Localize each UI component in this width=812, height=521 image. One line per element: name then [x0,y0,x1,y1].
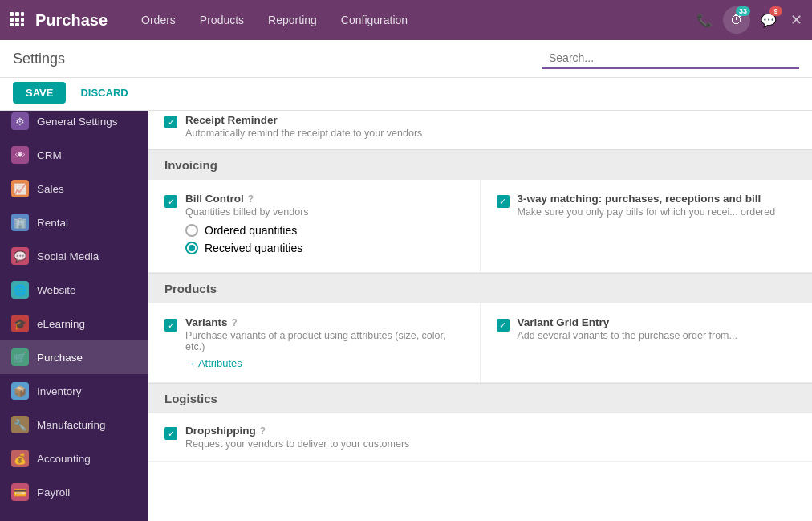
close-button[interactable]: ✕ [790,11,802,29]
three-way-matching-cell: 3-way matching: purchases, receptions an… [481,180,813,272]
nav-products[interactable]: Products [190,9,254,31]
radio-received-label: Received quantities [205,242,302,254]
variants-cell: Variants ? Purchase variants of a produc… [148,303,481,382]
messages-badge: 9 [769,6,782,16]
three-way-matching-title: 3-way matching: purchases, receptions an… [518,193,776,205]
radio-ordered-icon [185,224,198,237]
variant-grid-entry-title: Variant Grid Entry [518,316,737,328]
svg-rect-5 [21,18,24,22]
invoicing-settings-grid: Bill Control ? Quantities billed by vend… [148,180,812,273]
rental-icon: 🏢 [11,214,29,231]
sales-icon: 📈 [11,180,29,197]
content-area: Receipt Reminder Automatically remind th… [148,104,812,521]
three-way-matching-desc: Make sure you only pay bills for which y… [518,206,776,218]
sidebar-label-crm: CRM [37,149,62,161]
phone-button[interactable]: 📞 [691,6,718,34]
nav-configuration[interactable]: Configuration [331,9,417,31]
activity-button[interactable]: ⏱ 33 [723,6,750,34]
variants-checkbox[interactable] [164,319,177,332]
bill-control-desc: Quantities billed by vendors [185,206,309,218]
sidebar-item-social-media[interactable]: 💬 Social Media [0,239,148,273]
svg-rect-0 [10,12,14,16]
receipt-reminder-desc: Automatically remind the receipt date to… [185,128,422,139]
receipt-reminder-checkbox[interactable] [164,116,177,128]
crm-icon: 👁 [11,146,29,164]
sidebar-item-accounting[interactable]: 💰 Accounting [0,442,148,475]
top-nav: Purchase Orders Products Reporting Confi… [0,0,812,40]
social-media-icon: 💬 [11,247,29,265]
radio-received-icon [185,242,198,254]
sidebar-label-rental: Rental [37,217,68,229]
svg-rect-1 [15,12,19,16]
messages-button[interactable]: 💬 9 [755,6,782,34]
sidebar-label-website: Website [37,284,76,296]
receipt-reminder-row: Receipt Reminder Automatically remind th… [164,114,796,139]
sidebar-label-social-media: Social Media [37,250,99,263]
sidebar-item-purchase[interactable]: 🛒 Purchase [0,340,148,374]
activity-badge: 33 [736,6,750,16]
save-button[interactable]: SAVE [13,82,66,104]
nav-reporting[interactable]: Reporting [258,9,327,31]
app-title: Purchase [35,11,108,30]
dropshipping-title: Dropshipping ? [185,425,409,437]
sidebar-item-crm[interactable]: 👁 CRM [0,138,148,172]
radio-ordered-quantities[interactable]: Ordered quantities [185,224,309,237]
bill-control-cell: Bill Control ? Quantities billed by vend… [148,180,481,272]
radio-ordered-label: Ordered quantities [205,224,297,237]
sidebar-item-payroll[interactable]: 💳 Payroll [0,475,148,509]
variants-help-icon[interactable]: ? [232,317,238,328]
search-input[interactable] [542,48,799,69]
nav-menu: Orders Products Reporting Configuration [132,9,691,31]
main-layout: ⚙ General Settings 👁 CRM 📈 Sales 🏢 Renta… [0,104,812,521]
svg-rect-4 [15,18,19,22]
products-settings-grid: Variants ? Purchase variants of a produc… [148,303,812,383]
sidebar-label-inventory: Inventory [37,385,82,397]
variant-grid-entry-cell: Variant Grid Entry Add several variants … [481,303,813,382]
sidebar-item-inventory[interactable]: 📦 Inventory [0,374,148,408]
variants-desc: Purchase variants of a product using att… [185,330,464,352]
dropshipping-help-icon[interactable]: ? [260,425,266,437]
variant-grid-entry-checkbox[interactable] [497,319,510,332]
sidebar-item-manufacturing[interactable]: 🔧 Manufacturing [0,408,148,442]
dropshipping-section: Dropshipping ? Request your vendors to d… [148,413,812,462]
logistics-section-header: Logistics [148,383,812,413]
invoicing-section-header: Invoicing [148,149,812,180]
sidebar-label-elearning: eLearning [37,318,85,330]
sidebar-label-general-settings: General Settings [37,116,118,128]
svg-rect-7 [15,23,19,26]
sidebar-item-sales[interactable]: 📈 Sales [0,172,148,206]
nav-orders[interactable]: Orders [132,9,185,31]
sidebar-item-elearning[interactable]: 🎓 eLearning [0,307,148,340]
inventory-icon: 📦 [11,382,29,400]
bill-control-title: Bill Control ? [185,193,309,205]
receipt-reminder-title: Receipt Reminder [185,114,422,126]
svg-rect-6 [10,23,14,26]
elearning-icon: 🎓 [11,315,29,332]
grid-menu-icon[interactable] [10,12,24,29]
dropshipping-row: Dropshipping ? Request your vendors to d… [164,425,796,450]
sidebar: ⚙ General Settings 👁 CRM 📈 Sales 🏢 Renta… [0,104,148,521]
payroll-icon: 💳 [11,483,29,501]
general-settings-icon: ⚙ [11,112,29,130]
sidebar-label-payroll: Payroll [37,486,70,499]
attributes-link[interactable]: → Attributes [185,357,242,369]
purchase-icon: 🛒 [11,348,29,366]
bill-control-radio-group: Ordered quantities Received quantities [185,224,309,254]
receipt-reminder-section: Receipt Reminder Automatically remind th… [148,104,812,149]
sidebar-item-rental[interactable]: 🏢 Rental [0,206,148,239]
nav-icons: 📞 ⏱ 33 💬 9 ✕ [691,6,802,34]
three-way-matching-checkbox[interactable] [497,195,510,208]
radio-received-quantities[interactable]: Received quantities [185,242,309,254]
sidebar-label-manufacturing: Manufacturing [37,419,106,431]
sidebar-label-accounting: Accounting [37,453,91,465]
discard-button[interactable]: DISCARD [72,82,136,104]
dropshipping-checkbox[interactable] [164,427,177,440]
website-icon: 🌐 [11,281,29,299]
action-bar: SAVE DISCARD [0,75,812,111]
bill-control-help-icon[interactable]: ? [248,193,254,205]
page-title: Settings [13,51,65,67]
bill-control-checkbox[interactable] [164,195,177,208]
products-section-header: Products [148,273,812,303]
manufacturing-icon: 🔧 [11,416,29,433]
sidebar-item-website[interactable]: 🌐 Website [0,273,148,307]
